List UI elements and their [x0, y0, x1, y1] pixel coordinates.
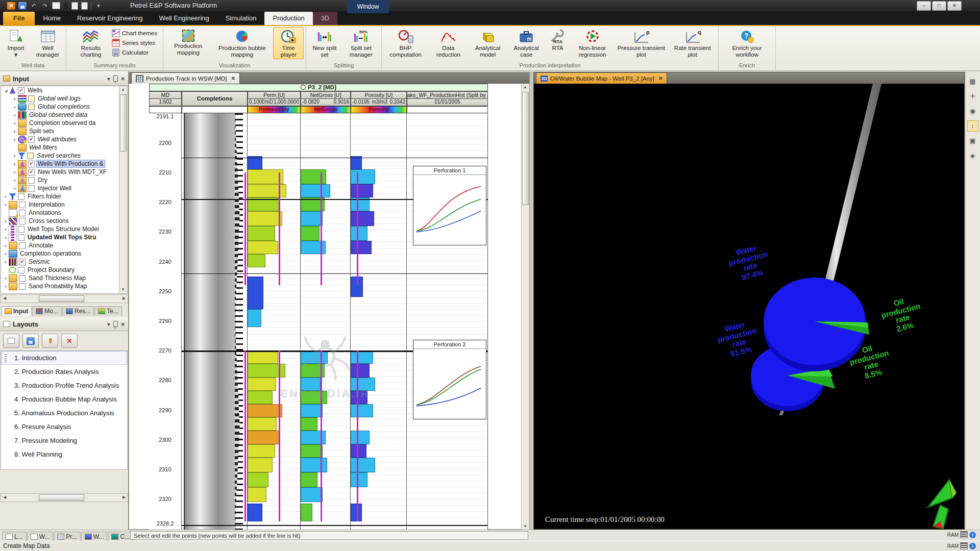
- tree-item-injector-well[interactable]: ▸Injector Well: [1, 184, 127, 192]
- view-grid-icon[interactable]: ▦: [967, 76, 978, 87]
- log-vertical-scrollbar[interactable]: ▲ ▼: [521, 84, 529, 530]
- expand-arrow-icon[interactable]: ▸: [3, 252, 9, 256]
- expand-arrow-icon[interactable]: ▸: [3, 203, 9, 207]
- tree-item-interpretation[interactable]: ▸Interpretation: [1, 201, 127, 209]
- save-layout-button[interactable]: [22, 334, 39, 348]
- calculator-button[interactable]: Calculator: [112, 48, 157, 57]
- ribbon-tab-production[interactable]: Production: [264, 12, 312, 25]
- checkbox[interactable]: ✓: [28, 136, 35, 143]
- window-splitter[interactable]: [530, 72, 533, 530]
- expand-arrow-icon[interactable]: ▸: [3, 194, 9, 199]
- ribbon-tab-file[interactable]: File: [3, 12, 35, 25]
- tree-item-project-boundary[interactable]: Project Boundary: [1, 266, 127, 274]
- tree-item-completion-observed-da[interactable]: ▸Completion observed da: [1, 119, 127, 127]
- checkbox[interactable]: [19, 218, 26, 224]
- save-icon[interactable]: [18, 2, 27, 10]
- expand-arrow-icon[interactable]: ▸: [12, 137, 18, 142]
- edit-layout-button[interactable]: ✎: [42, 334, 58, 348]
- import-button[interactable]: Import ▾: [2, 27, 30, 59]
- paste-icon[interactable]: [81, 2, 88, 10]
- panel-menu-icon[interactable]: ▾: [108, 76, 110, 82]
- checkbox[interactable]: [18, 226, 24, 233]
- tree-item-saved-searches[interactable]: ▸Saved searches: [1, 152, 127, 160]
- tree-item-sand-thickness-map[interactable]: ▸Sand Thickness Map: [1, 274, 127, 282]
- split-set-manager-button[interactable]: 50%Split set manager: [343, 27, 379, 59]
- panel-close-icon[interactable]: ✕: [121, 76, 125, 82]
- copy-icon[interactable]: [71, 2, 78, 10]
- tree-item-global-completions[interactable]: ▸Global completions: [1, 103, 127, 111]
- tree-item-sand-probability-map[interactable]: ▸Sand Probability Map: [1, 282, 127, 290]
- tree-item-wells-with-production[interactable]: ▸✓Wells With Production &: [1, 160, 127, 168]
- checkbox[interactable]: ✓: [28, 169, 35, 176]
- expand-arrow-icon[interactable]: ▸: [3, 260, 9, 264]
- enrich-your-workflow-button[interactable]: ?Enrich your workflow: [723, 27, 772, 59]
- info-icon[interactable]: i: [969, 543, 976, 549]
- info-icon[interactable]: i: [969, 532, 976, 538]
- tree-item-new-wells-with-mdt-xf[interactable]: ▸✓New Wells With MDT_XF: [1, 168, 127, 176]
- log-plot[interactable]: 2191.12200221022202230224022502260227022…: [149, 113, 488, 530]
- tree-item-updated-well-tops-stru[interactable]: ▸Updated Well Tops Stru: [1, 233, 127, 241]
- redo-icon[interactable]: ↷: [41, 2, 49, 10]
- expand-arrow-icon[interactable]: ▸: [3, 219, 9, 223]
- well-manager-button[interactable]: Well manager: [32, 27, 64, 59]
- expand-arrow-icon[interactable]: ▸: [3, 276, 9, 281]
- tree-item-annotate[interactable]: ▸Annotate: [1, 241, 127, 249]
- checkbox[interactable]: [28, 95, 35, 102]
- checkbox[interactable]: [19, 242, 26, 249]
- toolbar-options-icon[interactable]: ▾: [94, 2, 103, 10]
- expand-arrow-icon[interactable]: ◢: [3, 88, 9, 93]
- checkbox[interactable]: [18, 267, 24, 273]
- tab-bubble-map[interactable]: 3D Oil/Water Bubble Map - Well P3_2 [Any…: [536, 72, 667, 84]
- doc-tab-w[interactable]: W...: [81, 532, 108, 541]
- undo-icon[interactable]: ↶: [30, 2, 38, 10]
- tab-close-icon[interactable]: ✕: [231, 76, 235, 81]
- expand-arrow-icon[interactable]: ▸: [3, 235, 9, 240]
- rate-transient-plot-button[interactable]: qRate transient plot: [669, 27, 716, 59]
- column-header-perm[interactable]: Perm [U]: [248, 91, 301, 99]
- layout-item-3-production-profile-trend-analysis[interactable]: 3. Production Profile Trend Analysis: [1, 379, 127, 392]
- expand-arrow-icon[interactable]: ▸: [12, 121, 18, 126]
- layout-item-7-pressure-modeling[interactable]: 7. Pressure Modeling: [1, 434, 127, 447]
- checkbox[interactable]: ✓: [28, 161, 35, 167]
- layout-item-8-well-planning[interactable]: 8. Well Planning: [1, 447, 127, 461]
- layouts-horizontal-scrollbar[interactable]: ◀ ▶: [1, 493, 128, 502]
- tree-item-well-tops-structure-model[interactable]: ▸Well Tops Structure Model: [1, 225, 127, 233]
- expand-arrow-icon[interactable]: ▸: [3, 243, 9, 248]
- expand-arrow-icon[interactable]: ▸: [12, 129, 18, 134]
- select-icon[interactable]: ✛: [967, 91, 978, 102]
- expand-arrow-icon[interactable]: ▸: [12, 96, 18, 101]
- analytical-case-button[interactable]: 83Analytical case: [508, 27, 544, 59]
- layout-item-5-anomalous-production-analysis[interactable]: 5. Anomalous Production Analysis: [1, 406, 127, 420]
- panel-tab-mo[interactable]: Mo...: [32, 306, 62, 316]
- tree-item-filters-folder[interactable]: ▸Filters folder: [1, 192, 127, 201]
- data-reduction-button[interactable]: Data reduction: [429, 27, 467, 59]
- pin-icon[interactable]: [113, 321, 118, 327]
- expand-arrow-icon[interactable]: ▸: [12, 170, 18, 174]
- checkbox[interactable]: ✓: [19, 259, 26, 265]
- checkbox[interactable]: [18, 193, 24, 200]
- ribbon-tab-well-engineering[interactable]: Well Engineering: [151, 12, 217, 25]
- time-player-button[interactable]: Time player: [273, 27, 304, 59]
- layout-item-2-production-rates-analysis[interactable]: 2. Production Rates Analysis: [1, 365, 127, 379]
- rotate-icon[interactable]: ◈: [967, 150, 978, 161]
- expand-arrow-icon[interactable]: ▸: [12, 105, 18, 109]
- tool-icon[interactable]: [63, 3, 68, 9]
- expand-arrow-icon[interactable]: ▸: [12, 186, 18, 191]
- layout-item-6-presure-analysis[interactable]: 6. Presure Analysis: [1, 420, 127, 434]
- analytical-model-button[interactable]: Analytical model: [469, 27, 506, 59]
- tree-item-well-attributes[interactable]: ▸✓Well attributes: [1, 135, 127, 143]
- tree-horizontal-scrollbar[interactable]: ◀ ▶: [1, 294, 128, 303]
- checkbox[interactable]: [18, 234, 24, 241]
- maximize-button[interactable]: □: [932, 1, 946, 11]
- panel-tab-te[interactable]: Te...: [94, 306, 122, 316]
- column-header-hist[interactable]: aks_WF_ProductionHist (Split by Ph: [407, 91, 488, 99]
- checkbox[interactable]: [19, 210, 26, 216]
- panel-menu-icon[interactable]: ▾: [108, 321, 110, 327]
- layout-item-4-production-bubble-map-analysis[interactable]: 4. Production Bubble Map Analysis: [1, 392, 127, 406]
- column-header-por[interactable]: Porosity [U]: [351, 91, 407, 99]
- doc-tab-pr[interactable]: Pr...: [54, 532, 80, 541]
- results-charting-button[interactable]: Results charting: [72, 27, 110, 59]
- expand-arrow-icon[interactable]: ▸: [12, 178, 18, 183]
- tree-item-well-filters[interactable]: Well filters: [1, 143, 127, 152]
- tree-item-global-observed-data[interactable]: ▸Global observed data: [1, 111, 127, 119]
